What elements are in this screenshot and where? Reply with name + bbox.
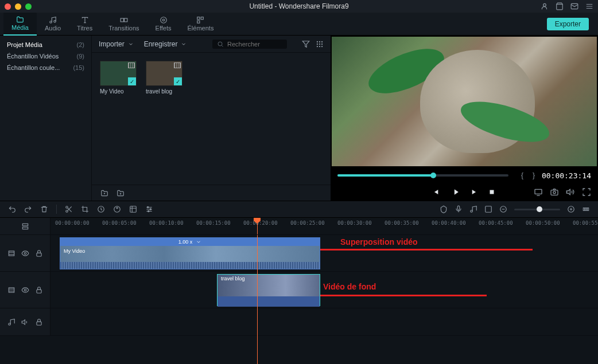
record-label: Enregistrer xyxy=(144,40,178,48)
ruler-tick: 00:00:55:00 xyxy=(573,220,598,226)
music-icon[interactable] xyxy=(7,318,15,326)
volume-icon[interactable] xyxy=(566,187,575,197)
svg-rect-4 xyxy=(121,18,123,22)
render-icon[interactable] xyxy=(484,205,492,213)
delete-icon[interactable] xyxy=(40,205,48,213)
export-button[interactable]: Exporter xyxy=(547,18,589,30)
zoom-fit-icon[interactable] xyxy=(582,205,590,213)
timeline: 00:00:00:00 00:00:05:00 00:00:10:00 00:0… xyxy=(0,218,598,336)
ruler-tick: 00:00:10:00 xyxy=(149,220,184,226)
asset-thumbnail: ✓ xyxy=(100,61,137,86)
maximize-window-button[interactable] xyxy=(25,3,32,10)
record-button[interactable]: Enregistrer xyxy=(144,40,187,48)
speed-icon[interactable] xyxy=(97,205,105,213)
track-body[interactable]: 1.00 x My Video Superposition vidéo xyxy=(51,235,598,271)
brace-close-icon[interactable]: } xyxy=(533,171,535,179)
filmstrip-icon[interactable] xyxy=(7,249,15,257)
playhead[interactable] xyxy=(257,218,258,234)
split-icon[interactable] xyxy=(65,205,73,213)
color-icon[interactable] xyxy=(113,205,121,213)
next-frame-button[interactable] xyxy=(469,188,477,196)
crop-icon[interactable] xyxy=(81,205,89,213)
search-field[interactable] xyxy=(227,41,279,48)
ruler-tick: 00:00:15:00 xyxy=(196,220,231,226)
brace-open-icon[interactable]: { xyxy=(521,171,523,179)
annotation-background: Vidéo de fond xyxy=(323,282,376,291)
lock-icon[interactable] xyxy=(35,249,43,257)
minimize-window-button[interactable] xyxy=(15,3,21,10)
filter-icon[interactable] xyxy=(302,40,310,48)
clip-speed-bar[interactable]: 1.00 x xyxy=(60,238,320,246)
svg-point-25 xyxy=(66,206,68,209)
filmstrip-icon[interactable] xyxy=(7,286,15,294)
close-window-button[interactable] xyxy=(5,3,11,10)
lock-icon[interactable] xyxy=(35,318,43,326)
mail-icon[interactable] xyxy=(570,2,578,10)
timeline-options[interactable] xyxy=(0,218,51,234)
preview-viewport[interactable] xyxy=(332,37,597,166)
ruler-tick: 00:00:40:00 xyxy=(432,220,466,226)
fullscreen-icon[interactable] xyxy=(582,187,591,197)
marker-icon[interactable] xyxy=(440,205,448,213)
voiceover-icon[interactable] xyxy=(455,205,463,213)
green-screen-icon[interactable] xyxy=(129,205,137,213)
visibility-icon[interactable] xyxy=(21,249,29,257)
user-icon[interactable] xyxy=(541,2,549,10)
sidebar-item-videos[interactable]: Échantillon Vidéos (9) xyxy=(0,50,91,62)
progress-track[interactable] xyxy=(337,174,508,177)
menu-icon[interactable] xyxy=(585,2,593,10)
grid-view-icon[interactable] xyxy=(316,40,324,48)
svg-rect-9 xyxy=(201,17,204,19)
tab-titres[interactable]: Titres xyxy=(69,13,100,36)
tab-transitions[interactable]: Transitions xyxy=(100,13,147,36)
tab-effets[interactable]: Effets xyxy=(147,13,180,36)
tab-label: Effets xyxy=(156,25,172,32)
quality-icon[interactable] xyxy=(534,187,543,197)
timeline-ruler[interactable]: 00:00:00:00 00:00:05:00 00:00:10:00 00:0… xyxy=(51,218,598,234)
zoom-handle[interactable] xyxy=(537,206,542,212)
tab-elements[interactable]: Éléments xyxy=(180,13,222,36)
stop-button[interactable] xyxy=(488,188,496,196)
ruler-tick: 00:00:35:00 xyxy=(385,220,419,226)
media-grid: ✓ My Video ✓ travel blog xyxy=(92,53,331,185)
svg-point-18 xyxy=(317,45,318,46)
clip-travel-blog[interactable]: travel blog xyxy=(217,274,320,306)
media-panel: Projet Média (2) Échantillon Vidéos (9) … xyxy=(0,36,331,201)
clip-thumbnail-strip xyxy=(60,246,320,262)
clip-my-video[interactable]: 1.00 x My Video xyxy=(60,237,320,269)
search-input[interactable] xyxy=(212,40,287,49)
undo-icon[interactable] xyxy=(8,205,16,213)
progress-handle[interactable] xyxy=(430,173,436,178)
svg-point-7 xyxy=(160,17,166,24)
play-button[interactable] xyxy=(451,188,459,196)
track-body[interactable] xyxy=(51,308,598,335)
clip-speed-label: 1.00 x xyxy=(178,239,193,245)
svg-point-50 xyxy=(8,323,10,325)
add-folder-icon[interactable] xyxy=(100,189,109,197)
svg-rect-42 xyxy=(22,224,28,226)
zoom-out-icon[interactable] xyxy=(499,205,507,213)
ruler-tick: 00:00:45:00 xyxy=(479,220,513,226)
asset-travel-blog[interactable]: ✓ travel blog xyxy=(146,61,182,95)
redo-icon[interactable] xyxy=(24,205,32,213)
cart-icon[interactable] xyxy=(556,2,564,10)
snapshot-icon[interactable] xyxy=(550,187,559,197)
track-body[interactable]: travel blog Vidéo de fond xyxy=(51,272,598,308)
lock-icon[interactable] xyxy=(35,286,43,294)
ruler-tick: 00:00:05:00 xyxy=(102,220,137,226)
svg-point-48 xyxy=(24,289,26,291)
asset-my-video[interactable]: ✓ My Video xyxy=(100,61,137,95)
zoom-slider[interactable] xyxy=(514,209,560,210)
remove-folder-icon[interactable] xyxy=(116,189,125,197)
sidebar-item-couleurs[interactable]: Échantillon coule... (15) xyxy=(0,62,91,73)
zoom-in-icon[interactable] xyxy=(567,205,575,213)
prev-frame-button[interactable] xyxy=(433,188,441,196)
audio-mixer-icon[interactable] xyxy=(469,205,477,213)
sidebar-item-projet[interactable]: Projet Média (2) xyxy=(0,39,91,50)
import-button[interactable]: Importer xyxy=(99,40,134,48)
adjust-icon[interactable] xyxy=(145,205,153,213)
tab-media[interactable]: Média xyxy=(3,13,37,36)
tab-audio[interactable]: Audio xyxy=(37,13,69,36)
volume-icon[interactable] xyxy=(21,318,29,326)
visibility-icon[interactable] xyxy=(21,286,29,294)
